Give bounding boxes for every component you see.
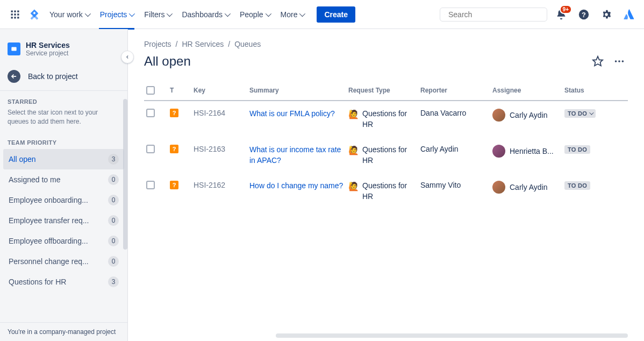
svg-rect-2 [17, 10, 19, 12]
request-type-icon: 🙋 [348, 145, 359, 157]
search-input[interactable] [448, 10, 542, 19]
queue-label: Employee onboarding... [9, 196, 88, 204]
issue-summary[interactable]: How do I change my name? [249, 181, 346, 191]
queue-item[interactable]: Employee transfer req...0 [3, 210, 124, 231]
starred-section-label: STARRED [0, 91, 127, 108]
nav-people[interactable]: People [235, 7, 274, 22]
row-checkbox[interactable] [146, 181, 155, 189]
queue-item[interactable]: Questions for HR3 [3, 272, 124, 292]
svg-point-17 [618, 60, 620, 62]
queue-item[interactable]: Employee onboarding...0 [3, 190, 124, 210]
sidebar-scrollbar[interactable] [123, 99, 127, 250]
status-lozenge[interactable]: TO DO [564, 145, 590, 154]
svg-text:?: ? [582, 10, 586, 18]
jira-logo-icon[interactable] [26, 6, 43, 23]
queue-count: 0 [108, 195, 119, 205]
assignee[interactable]: Henrietta B... [492, 145, 562, 158]
back-to-project[interactable]: Back to project [0, 65, 127, 90]
row-checkbox[interactable] [146, 109, 155, 117]
queue-table: T Key Summary Request Type Reporter Assi… [144, 81, 628, 210]
queue-count: 3 [108, 276, 119, 287]
request-type: 🙋Questions for HR [348, 145, 418, 166]
reporter[interactable]: Sammy Vito [420, 181, 490, 189]
project-subtitle: Service project [26, 49, 70, 57]
col-key[interactable]: Key [194, 87, 247, 94]
avatar [492, 109, 505, 122]
svg-rect-4 [14, 13, 16, 15]
atlassian-icon[interactable] [620, 6, 638, 23]
col-reporter[interactable]: Reporter [420, 87, 490, 94]
table-row: ?HSI-2162How do I change my name?🙋Questi… [144, 173, 628, 209]
nav-filters[interactable]: Filters [140, 7, 175, 22]
svg-rect-8 [17, 17, 19, 18]
queue-count: 0 [108, 256, 119, 267]
more-actions-icon[interactable] [611, 53, 628, 70]
star-icon[interactable] [589, 53, 606, 70]
table-row: ?HSI-2164What is our FMLA policy?🙋Questi… [144, 101, 628, 137]
help-icon[interactable]: ? [575, 6, 592, 23]
issue-key[interactable]: HSI-2163 [194, 145, 247, 153]
issue-key[interactable]: HSI-2162 [194, 181, 247, 189]
nav-more[interactable]: More [276, 7, 309, 22]
svg-rect-7 [14, 17, 16, 18]
app-switcher-icon[interactable] [6, 6, 24, 23]
nav-projects[interactable]: Projects [96, 7, 138, 22]
avatar [492, 145, 505, 158]
team-priority-label: TEAM PRIORITY [0, 132, 127, 149]
sidebar-footer: You're in a company-managed project [0, 322, 127, 341]
queue-label: Questions for HR [9, 278, 66, 286]
breadcrumb: Projects / HR Services / Queues [144, 40, 628, 48]
project-icon [8, 42, 20, 55]
horizontal-scrollbar[interactable] [276, 333, 628, 338]
reporter[interactable]: Dana Vacarro [420, 109, 490, 117]
queue-item[interactable]: Employee offboarding...0 [3, 231, 124, 251]
search-icon [445, 10, 445, 19]
create-button[interactable]: Create [317, 6, 355, 23]
table-row: ?HSI-2163What is our income tax rate in … [144, 137, 628, 173]
svg-point-9 [445, 14, 445, 15]
select-all-checkbox[interactable] [146, 86, 155, 95]
svg-rect-13 [11, 47, 16, 51]
col-assignee[interactable]: Assignee [492, 87, 562, 94]
row-checkbox[interactable] [146, 145, 155, 153]
issue-type-icon: ? [170, 109, 178, 117]
issue-summary[interactable]: What is our income tax rate in APAC? [249, 145, 346, 166]
assignee[interactable]: Carly Aydin [492, 109, 562, 122]
queue-label: All open [9, 155, 36, 164]
request-type-icon: 🙋 [348, 181, 359, 193]
reporter[interactable]: Carly Aydin [420, 145, 490, 153]
sidebar: HR Services Service project Back to proj… [0, 29, 128, 341]
issue-key[interactable]: HSI-2164 [194, 109, 247, 117]
status-lozenge[interactable]: TO DO [564, 181, 590, 190]
col-request-type[interactable]: Request Type [348, 87, 418, 94]
back-label: Back to project [28, 72, 78, 81]
queue-item[interactable]: All open3 [3, 149, 124, 169]
settings-icon[interactable] [598, 6, 615, 23]
col-summary[interactable]: Summary [249, 87, 346, 94]
col-status[interactable]: Status [564, 87, 624, 94]
request-type: 🙋Questions for HR [348, 109, 418, 130]
svg-rect-5 [17, 13, 19, 15]
queue-label: Personnel change req... [9, 257, 89, 266]
main-content: Projects / HR Services / Queues All open… [128, 29, 644, 341]
status-lozenge[interactable]: TO DO [564, 109, 596, 118]
notifications-icon[interactable]: 9+ [553, 6, 570, 23]
breadcrumb-queues[interactable]: Queues [234, 40, 261, 48]
search-box[interactable] [440, 8, 547, 22]
nav-dashboards[interactable]: Dashboards [177, 7, 233, 22]
nav-your-work[interactable]: Your work [45, 7, 94, 22]
breadcrumb-hr-services[interactable]: HR Services [182, 40, 224, 48]
queue-item[interactable]: Assigned to me0 [3, 169, 124, 190]
col-type[interactable]: T [170, 87, 191, 94]
queue-label: Employee offboarding... [9, 237, 88, 245]
issue-type-icon: ? [170, 181, 178, 189]
notification-badge: 9+ [560, 5, 572, 14]
assignee[interactable]: Carly Aydin [492, 181, 562, 194]
issue-summary[interactable]: What is our FMLA policy? [249, 109, 346, 119]
request-type-icon: 🙋 [348, 109, 359, 120]
breadcrumb-projects[interactable]: Projects [144, 40, 171, 48]
back-arrow-icon [8, 70, 20, 83]
svg-point-18 [622, 60, 624, 62]
queue-item[interactable]: Personnel change req...0 [3, 251, 124, 272]
queue-count: 0 [108, 236, 119, 246]
